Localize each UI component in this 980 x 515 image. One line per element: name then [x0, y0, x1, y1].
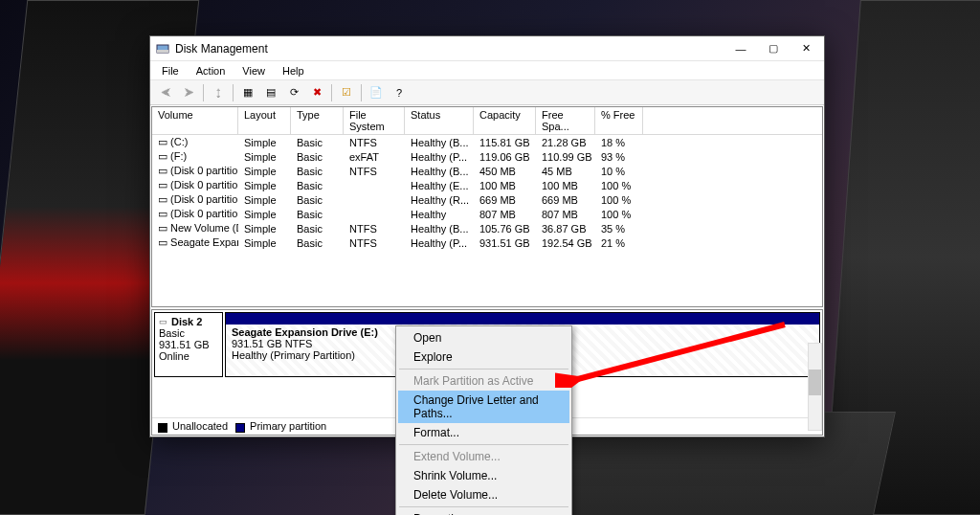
table-row[interactable]: ▭ (Disk 0 partition 2)SimpleBasicHealthy… [152, 178, 822, 192]
pct-cell: 21 % [595, 237, 643, 249]
disk-management-app-icon [156, 42, 169, 56]
capacity-cell: 119.06 GB [474, 151, 536, 163]
capacity-cell: 450 MB [474, 166, 536, 177]
menu-item-properties[interactable]: Properties [398, 509, 569, 515]
volume-cell: ▭ (Disk 0 partition 6) [152, 208, 238, 220]
close-button[interactable]: ✕ [790, 36, 822, 60]
col-type[interactable]: Type [291, 107, 344, 134]
list-icon: ▤ [266, 86, 276, 99]
volume-cell: ▭ (Disk 0 partition 5) [152, 193, 238, 206]
status-cell: Healthy (B... [405, 223, 474, 235]
free-cell: 21.28 GB [536, 137, 595, 148]
maximize-button[interactable]: ▢ [757, 36, 790, 60]
menu-item-extend-volume: Extend Volume... [398, 447, 569, 466]
menu-item-explore[interactable]: Explore [398, 347, 569, 367]
disk-status: Online [159, 350, 218, 362]
menu-file[interactable]: File [154, 63, 187, 78]
legend-primary: Primary partition [235, 420, 326, 432]
refresh-button[interactable]: ⟳ [283, 82, 304, 103]
up-button[interactable]: ⭥ [208, 82, 229, 103]
properties-button[interactable]: ▦ [237, 82, 258, 103]
menu-item-open[interactable]: Open [398, 328, 569, 347]
capacity-cell: 105.76 GB [474, 223, 536, 235]
col-pctfree[interactable]: % Free [595, 107, 643, 134]
free-cell: 36.87 GB [536, 223, 595, 235]
table-row[interactable]: ▭ (Disk 0 partition 6)SimpleBasicHealthy… [152, 207, 822, 221]
volume-cell: ▭ (Disk 0 partition 2) [152, 179, 238, 191]
menu-item-mark-partition-as-active: Mark Partition as Active [398, 371, 569, 391]
menu-item-format[interactable]: Format... [398, 423, 569, 442]
pct-cell: 10 % [595, 166, 643, 177]
updown-icon: ⭥ [213, 87, 224, 99]
free-cell: 100 MB [536, 180, 595, 191]
col-freespace[interactable]: Free Spa... [536, 107, 595, 134]
status-cell: Healthy (B... [405, 137, 474, 148]
pct-cell: 18 % [595, 137, 643, 148]
context-menu: OpenExploreMark Partition as ActiveChang… [395, 325, 572, 515]
menu-bar: File Action View Help [150, 61, 824, 80]
col-capacity[interactable]: Capacity [474, 107, 536, 134]
volume-cell: ▭ (Disk 0 partition 1) [152, 165, 238, 177]
menu-view[interactable]: View [234, 63, 273, 78]
free-cell: 45 MB [536, 166, 595, 177]
minimize-button[interactable]: — [724, 36, 757, 60]
window-controls: — ▢ ✕ [724, 36, 822, 60]
table-row[interactable]: ▭ (C:)SimpleBasicNTFSHealthy (B...115.81… [152, 135, 822, 149]
scrollbar[interactable] [808, 343, 822, 431]
console-button[interactable]: ▤ [260, 82, 281, 103]
type-cell: Basic [291, 166, 344, 177]
menu-action[interactable]: Action [189, 63, 234, 78]
status-cell: Healthy (R... [405, 194, 474, 206]
menu-help[interactable]: Help [275, 63, 312, 78]
table-row[interactable]: ▭ New Volume (D:)SimpleBasicNTFSHealthy … [152, 221, 822, 235]
menu-item-change-drive-letter-and-paths[interactable]: Change Drive Letter and Paths... [398, 391, 569, 423]
check-button[interactable]: ☑ [336, 82, 357, 103]
layout-cell: Simple [238, 223, 291, 235]
back-button[interactable]: ⮜ [155, 82, 176, 103]
toolbar-separator [331, 84, 332, 101]
table-row[interactable]: ▭ (Disk 0 partition 5)SimpleBasicHealthy… [152, 192, 822, 207]
status-cell: Healthy (P... [405, 237, 474, 249]
disk-info-panel[interactable]: ▭ Disk 2 Basic 931.51 GB Online [154, 312, 223, 377]
window-title: Disk Management [175, 42, 724, 56]
arrow-left-icon: ⮜ [161, 87, 171, 99]
capacity-cell: 807 MB [474, 209, 536, 220]
volume-cell: ▭ (C:) [152, 136, 238, 148]
free-cell: 807 MB [536, 209, 595, 220]
table-row[interactable]: ▭ (F:)SimpleBasicexFATHealthy (P...119.0… [152, 149, 822, 164]
pct-cell: 100 % [595, 194, 643, 206]
column-headers[interactable]: Volume Layout Type File System Status Ca… [152, 107, 822, 135]
col-volume[interactable]: Volume [152, 107, 238, 134]
titlebar[interactable]: Disk Management — ▢ ✕ [150, 36, 824, 61]
table-row[interactable]: ▭ Seagate Expansion...SimpleBasicNTFSHea… [152, 235, 822, 250]
type-cell: Basic [291, 180, 344, 191]
new-icon: 📄 [369, 86, 383, 99]
new-button[interactable]: 📄 [366, 82, 387, 103]
delete-button[interactable]: ✖ [306, 82, 327, 103]
volume-cell: ▭ New Volume (D:) [152, 222, 238, 235]
col-status[interactable]: Status [405, 107, 474, 134]
menu-item-delete-volume[interactable]: Delete Volume... [398, 485, 569, 504]
fs-cell: NTFS [344, 223, 405, 235]
legend-unallocated: Unallocated [158, 420, 228, 432]
col-layout[interactable]: Layout [238, 107, 291, 134]
disk-size: 931.51 GB [159, 339, 218, 350]
disk-icon: ▭ [159, 317, 167, 326]
col-filesystem[interactable]: File System [344, 107, 405, 134]
help-button[interactable]: ? [389, 82, 410, 103]
toolbar-separator [203, 84, 204, 101]
scrollbar-thumb[interactable] [809, 369, 821, 395]
volume-list[interactable]: Volume Layout Type File System Status Ca… [151, 106, 823, 307]
capacity-cell: 100 MB [474, 180, 536, 191]
table-row[interactable]: ▭ (Disk 0 partition 1)SimpleBasicNTFSHea… [152, 164, 822, 178]
pct-cell: 93 % [595, 151, 643, 163]
menu-item-shrink-volume[interactable]: Shrink Volume... [398, 466, 569, 485]
forward-button[interactable]: ⮞ [178, 82, 199, 103]
disk-type: Basic [159, 327, 218, 339]
fs-cell: NTFS [344, 137, 405, 148]
menu-separator [399, 506, 568, 507]
fs-cell: exFAT [344, 151, 405, 163]
layout-cell: Simple [238, 194, 291, 206]
free-cell: 192.54 GB [536, 237, 595, 249]
type-cell: Basic [291, 237, 344, 249]
